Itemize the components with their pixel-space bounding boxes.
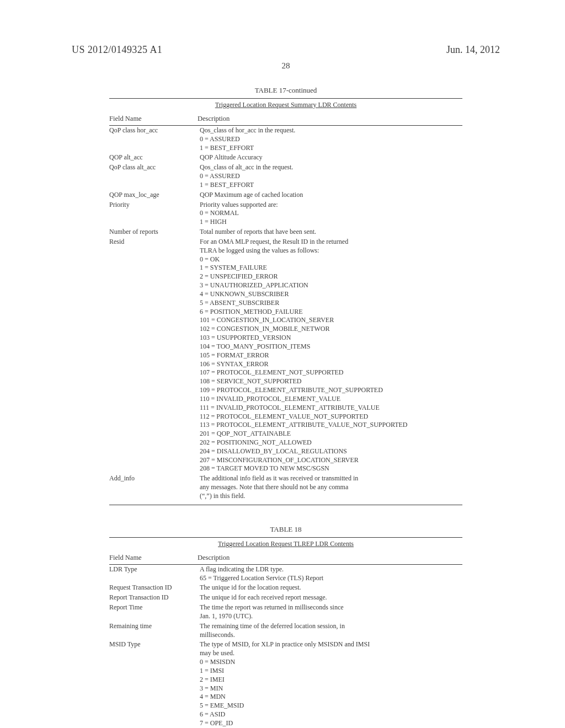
table-column-header: Field Name Description [109, 113, 462, 126]
field-name-cell: QOP alt_acc [109, 153, 200, 163]
table-row: QoP class alt_accQos_class of alt_acc in… [109, 163, 462, 190]
table-row: Report TimeThe time the report was retur… [109, 603, 462, 622]
table-title: TABLE 17-continued [109, 86, 462, 95]
colhead-field-name: Field Name [109, 554, 198, 562]
table-row: Request Transaction IDThe unique id for … [109, 583, 462, 593]
description-cell: Qos_class of hor_acc in the request.0 = … [200, 126, 462, 153]
description-cell: The additional info field as it was rece… [200, 474, 462, 501]
table-row: MSID TypeThe type of MSID, for XLP in pr… [109, 640, 462, 728]
description-cell: The unique id for each received report m… [200, 593, 462, 603]
page-header: US 2012/0149325 A1 Jun. 14, 2012 [72, 44, 500, 56]
field-name-cell: QoP class hor_acc [109, 126, 200, 153]
field-name-cell: QoP class alt_acc [109, 163, 200, 190]
description-cell: The remaining time of the deferred locat… [200, 622, 462, 640]
description-cell: For an OMA MLP request, the Result ID in… [200, 237, 462, 474]
description-cell: A flag indicating the LDR type.65 = Trig… [200, 565, 462, 584]
table-title: TABLE 18 [109, 525, 462, 534]
colhead-description: Description [198, 115, 462, 123]
table-caption: Triggered Location Request Summary LDR C… [109, 99, 462, 113]
description-cell: The unique id for the location request. [200, 583, 462, 593]
field-name-cell: QOP max_loc_age [109, 190, 200, 200]
field-name-cell: LDR Type [109, 565, 200, 584]
page: US 2012/0149325 A1 Jun. 14, 2012 28 TABL… [0, 0, 565, 728]
table-row: QoP class hor_accQos_class of hor_acc in… [109, 126, 462, 153]
table-17-continued: TABLE 17-continued Triggered Location Re… [109, 86, 462, 505]
description-cell: Total number of reports that have been s… [200, 227, 462, 237]
publication-number: US 2012/0149325 A1 [72, 44, 162, 56]
table-body: QoP class hor_accQos_class of hor_acc in… [109, 126, 462, 501]
table-row: ResidFor an OMA MLP request, the Result … [109, 237, 462, 474]
table-caption: Triggered Location Request TLREP LDR Con… [109, 538, 462, 552]
table-row: Report Transaction IDThe unique id for e… [109, 593, 462, 603]
field-name-cell: Resid [109, 237, 200, 474]
table-18: TABLE 18 Triggered Location Request TLRE… [109, 525, 462, 728]
table-row: QOP max_loc_ageQOP Maximum age of cached… [109, 190, 462, 200]
description-cell: Priority values supported are:0 = NORMAL… [200, 200, 462, 227]
table-row: Remaining timeThe remaining time of the … [109, 622, 462, 640]
field-name-cell: Priority [109, 200, 200, 227]
table-row: LDR TypeA flag indicating the LDR type.6… [109, 565, 462, 584]
field-name-cell: Remaining time [109, 622, 200, 640]
page-number: 28 [72, 61, 500, 71]
description-cell: The type of MSID, for XLP in practice on… [200, 640, 462, 728]
description-cell: QOP Altitude Accuracy [200, 153, 462, 163]
table-row: PriorityPriority values supported are:0 … [109, 200, 462, 227]
field-name-cell: Number of reports [109, 227, 200, 237]
colhead-description: Description [198, 554, 462, 562]
colhead-field-name: Field Name [109, 115, 198, 123]
table-row: Number of reportsTotal number of reports… [109, 227, 462, 237]
publication-date: Jun. 14, 2012 [446, 44, 500, 56]
description-cell: The time the report was returned in mill… [200, 603, 462, 622]
table-row: Add_infoThe additional info field as it … [109, 474, 462, 501]
table-body: LDR TypeA flag indicating the LDR type.6… [109, 565, 462, 728]
description-cell: QOP Maximum age of cached location [200, 190, 462, 200]
field-name-cell: MSID Type [109, 640, 200, 728]
field-name-cell: Report Transaction ID [109, 593, 200, 603]
field-name-cell: Add_info [109, 474, 200, 501]
table-row: QOP alt_accQOP Altitude Accuracy [109, 153, 462, 163]
field-name-cell: Report Time [109, 603, 200, 622]
field-name-cell: Request Transaction ID [109, 583, 200, 593]
table-column-header: Field Name Description [109, 552, 462, 565]
description-cell: Qos_class of alt_acc in the request.0 = … [200, 163, 462, 190]
